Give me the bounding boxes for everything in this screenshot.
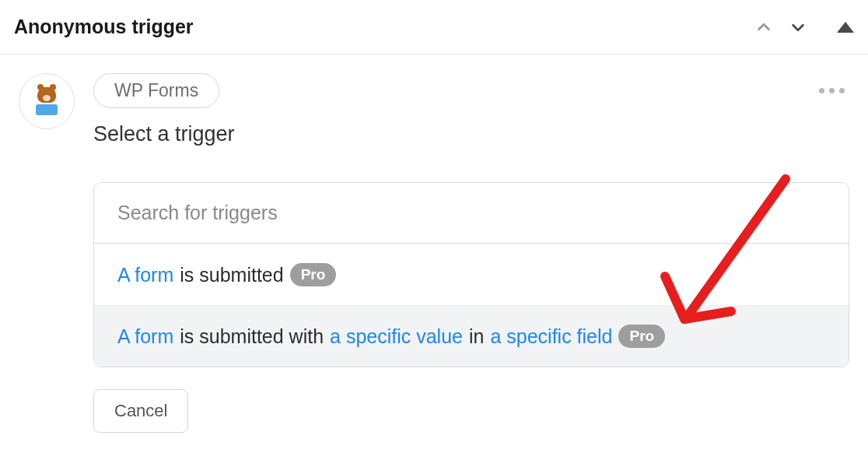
panel-title: Anonymous trigger	[14, 16, 194, 38]
panel-content: WP Forms Select a trigger A form is subm…	[0, 54, 868, 433]
option-token-link: A form	[117, 325, 173, 348]
trigger-dropdown: A form is submitted Pro A form is submit…	[93, 182, 849, 367]
cancel-button[interactable]: Cancel	[93, 389, 188, 433]
footer-actions: Cancel	[93, 389, 849, 433]
section-title: Select a trigger	[93, 122, 849, 146]
search-box	[94, 183, 849, 244]
main-column: WP Forms Select a trigger A form is subm…	[93, 73, 849, 433]
option-token-text: in	[469, 325, 484, 348]
option-token-link: a specific value	[330, 325, 463, 348]
pro-badge: Pro	[618, 325, 665, 348]
integration-logo	[19, 73, 75, 129]
top-row: WP Forms	[93, 73, 849, 108]
option-token-text: is submitted with	[180, 325, 324, 348]
option-token-link: a specific field	[490, 325, 612, 348]
more-menu-icon[interactable]	[814, 83, 849, 98]
pro-badge: Pro	[290, 263, 337, 286]
chevron-down-icon[interactable]	[787, 16, 809, 38]
option-token-link: A form	[117, 264, 173, 286]
search-input[interactable]	[117, 202, 825, 224]
trigger-option[interactable]: A form is submitted with a specific valu…	[94, 305, 849, 367]
header-controls	[753, 16, 854, 38]
chevron-up-icon[interactable]	[753, 16, 775, 38]
triangle-up-icon[interactable]	[837, 22, 854, 33]
panel-header: Anonymous trigger	[0, 0, 868, 54]
option-token-text: is submitted	[180, 264, 283, 286]
integration-chip[interactable]: WP Forms	[93, 73, 219, 108]
trigger-option[interactable]: A form is submitted Pro	[94, 244, 849, 305]
